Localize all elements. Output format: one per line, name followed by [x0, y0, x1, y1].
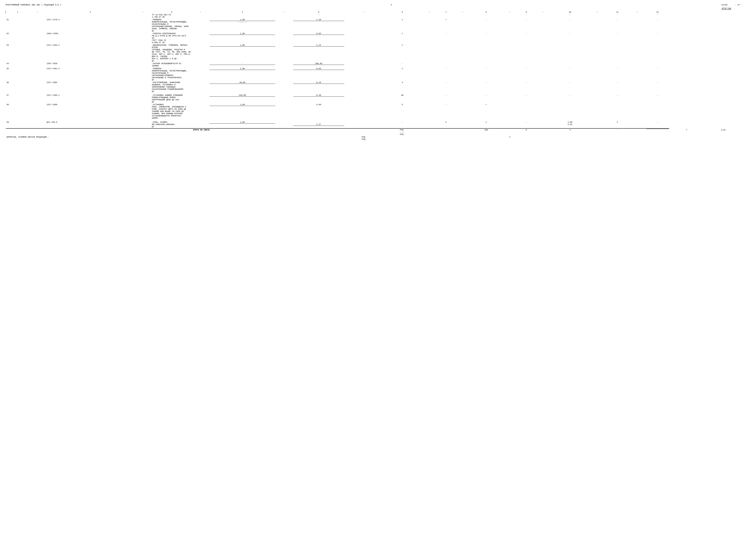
- r33-name: -ВЫКЛЮЧАТЕЛИ, ТУМБЛЕРЫ, ПЕРЕКЛ: [152, 44, 191, 46]
- r38-c7: -: [438, 103, 454, 119]
- r36-sep7: [454, 81, 471, 93]
- r37-sep6: [421, 94, 438, 103]
- row-36: 36 1517-1504 -ИЗГОТОВЛЕНИЕ, НАНЕСЕНИЕ НА…: [6, 81, 743, 93]
- r36-c11: -: [606, 81, 629, 93]
- r37-sep5: [345, 94, 383, 103]
- row-39: 39 Щ11-706-6 -РАМА, РАЗМЕР, ММ:1000Х550,…: [6, 121, 743, 129]
- totals-label: [6, 129, 151, 136]
- tu-c1: [6, 14, 29, 18]
- col-h-8: 8: [471, 11, 501, 14]
- header-page: - 47 -: [735, 4, 742, 6]
- r36-c5: 0,10: [293, 81, 345, 93]
- r32-sep2: [135, 32, 151, 44]
- r37-c12: -: [646, 94, 669, 103]
- totals-row: ИТОГО ПО СМЕТЕ РУБ. ---- РУБ. 459 5 4 - …: [6, 129, 743, 136]
- r36-sep1: [29, 81, 46, 93]
- totals-text: ИТОГО ПО СМЕТЕ: [192, 129, 383, 136]
- r36-c1: 36: [6, 81, 29, 93]
- r37-name: -УСТАНОВКА ЗАЖИМА ОТВОДНОЙ: [152, 94, 191, 96]
- r34-c1: 34: [6, 62, 29, 67]
- r34-c3: -ПАТРОН РЕЗЬБОВОЙ=Е27П-01 1000ШТ: [151, 62, 192, 67]
- r39-c3: -РАМА, РАЗМЕР, ММ:1000Х550,600Х950 ШТ: [151, 121, 192, 129]
- r37-c2: 1517-1495-2: [46, 94, 135, 103]
- tu-c12: -: [646, 14, 669, 18]
- r33-desc2: СЕТЕВЫЕ, КОНЦЕВЫЕ, РОЗЕТКИ И: [152, 49, 191, 51]
- r37-c10: -: [551, 94, 589, 103]
- normativ-sep6: [471, 136, 501, 141]
- col-h-sep2: :: [135, 11, 151, 14]
- normativ-rest: [518, 136, 678, 141]
- r39-desc1: ММ:1000Х550,600Х950: [152, 123, 191, 125]
- r36-c3: -ИЗГОТОВЛЕНИЕ, НАНЕСЕНИЕ НАДПИСИ, УСТАНО…: [151, 81, 192, 93]
- row-31: 31 1517-1478-2 -ПРИБОРЫ ИЗМЕРИТЕЛЬНЫЕ, Р…: [6, 18, 743, 32]
- col-h-sep8: :: [501, 11, 518, 14]
- r34-sep1: [29, 62, 46, 67]
- row-38: 38 1517-1509 -УСТАНОВКА РЕЕК, ЭЛЕМЕНТОВ,…: [6, 103, 743, 119]
- r39-c9: -: [518, 121, 535, 129]
- col-h-5: 5: [293, 11, 345, 14]
- totals-c8: 4: [551, 129, 589, 136]
- r39-c7: 2: [438, 121, 454, 129]
- r31-c1: 31: [6, 18, 29, 32]
- r38-c3: -УСТАНОВКА РЕЕК, ЭЛЕМЕНТОВ, КРЕПЯЩИХСЯ К…: [151, 103, 192, 119]
- stamp: 9747/84: [722, 7, 731, 10]
- r34-name: -ПАТРОН РЕЗЬБОВОЙ=Е27П-01: [152, 63, 191, 65]
- col-h-1: 1: [6, 11, 29, 14]
- col-h-7: 7: [438, 11, 454, 14]
- r36-sep8: [501, 81, 518, 93]
- r39-sep5: [345, 121, 383, 129]
- r39-sep2: [135, 121, 151, 129]
- r37-desc3: ШТ: [152, 101, 191, 103]
- r34-sep4: [276, 62, 293, 67]
- r35-sep11: [629, 67, 646, 81]
- r33-sep10: [589, 44, 606, 62]
- r31-sep7: [454, 18, 471, 32]
- r38-c8: •: [471, 103, 501, 119]
- r32-c10: -: [551, 32, 589, 44]
- tu-sep8: [501, 14, 518, 18]
- r34-sep5: [345, 62, 383, 67]
- r38-desc2: РАМЕ, КАРКАСУ ЩИТА СВ.1800 ДО: [152, 108, 191, 110]
- r33-c10: [551, 44, 589, 62]
- r39-sep10: [589, 121, 606, 129]
- r38-sep5: [345, 103, 383, 119]
- r36-c4: 39,00: [209, 81, 276, 93]
- r36-c2: 1517-1504: [46, 81, 135, 93]
- r37-sep3: [192, 94, 209, 103]
- row-33: 33 1517-1453-2 -ВЫКЛЮЧАТЕЛИ, ТУМБЛЕРЫ, П…: [6, 44, 743, 62]
- r35-sep6: [421, 67, 438, 81]
- r32-sep9: [535, 32, 551, 44]
- normativ-c4: РУБ. РУБ,: [345, 136, 383, 141]
- col-h-6: 6: [383, 11, 421, 14]
- r31-name: -ПРИБОРЫ: [152, 19, 191, 21]
- col-h-2: 2: [46, 11, 135, 14]
- r33-sep11: [629, 44, 646, 62]
- r33-sep4: [276, 44, 293, 62]
- r32-sep5: [345, 32, 383, 44]
- r39-c12: -: [646, 121, 669, 129]
- totals-c7: 5: [518, 129, 535, 136]
- tu-c8: -: [471, 14, 501, 18]
- r31-c10: -: [551, 18, 589, 32]
- r31-sep11: [629, 18, 646, 32]
- r32-c7: -: [438, 32, 454, 44]
- r31-sep3: [192, 18, 209, 32]
- r31-c6: 1: [383, 18, 421, 32]
- r33-desc1: ЯТЕЛИ: [152, 46, 191, 49]
- r37-c5: 0,40: [293, 94, 345, 103]
- r31-c4: 1,00 --------: [209, 18, 276, 32]
- tu-sep4: [276, 14, 293, 18]
- col-h-sep7: :: [454, 11, 471, 14]
- r35-desc1: ИЗМЕРИТЕЛЬНЫЕ, РЕГИСТРИРУЮЩИЕ,: [152, 70, 191, 72]
- r36-sep5: [345, 81, 383, 93]
- r36-desc4: ШТ: [152, 90, 191, 93]
- r35-c11: -: [606, 67, 629, 81]
- tu-c3: ТУ 16-539.363-79 1.700 КГ ШТ: [151, 14, 192, 18]
- tu-c7: [438, 14, 454, 18]
- r38-sep6: [421, 103, 438, 119]
- r33-c7: [438, 44, 454, 62]
- r36-desc2: ЗАКРЕПЛЕНИЕ ТАБЛИЦКИ: [152, 86, 191, 88]
- r39-sep8: [501, 121, 518, 129]
- r37-sep4: [276, 94, 293, 103]
- col-h-sep5: :: [345, 11, 383, 14]
